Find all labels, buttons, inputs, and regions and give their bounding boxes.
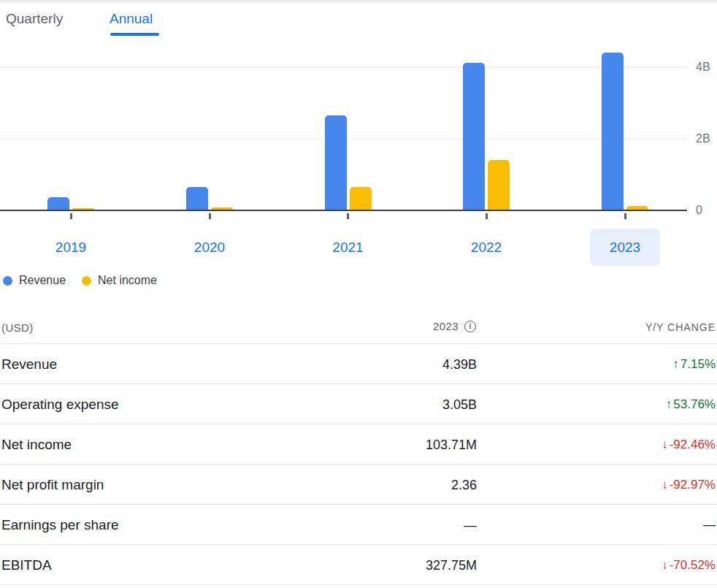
change-percent: — xyxy=(703,518,716,532)
metric-change: ↓ -92.46% xyxy=(662,438,716,452)
year-column-header: 2023 i xyxy=(433,320,476,332)
up-arrow-icon: ↑ xyxy=(666,397,672,412)
metric-value: — xyxy=(464,517,477,532)
revenue-swatch-icon xyxy=(3,276,12,286)
bar-revenue-2023[interactable] xyxy=(602,53,624,210)
change-percent: -92.46% xyxy=(670,438,716,452)
info-icon[interactable]: i xyxy=(464,321,476,332)
change-column-header: Y/Y CHANGE xyxy=(645,321,716,333)
bar-revenue-2022[interactable] xyxy=(463,63,485,210)
bar-net-income-2021[interactable] xyxy=(350,187,372,210)
legend-label-net-income: Net income xyxy=(98,274,157,287)
table-bottom-divider xyxy=(0,584,717,585)
net-income-swatch-icon xyxy=(82,276,91,286)
x-axis-tick-2020 xyxy=(209,213,211,219)
year-label-2020[interactable]: 2020 xyxy=(175,229,245,266)
chart-legend: Revenue Net income xyxy=(3,273,157,288)
year-label-2022[interactable]: 2022 xyxy=(451,229,521,266)
plot-area xyxy=(0,44,687,211)
y-axis-label-0: 0 xyxy=(696,204,702,217)
bar-revenue-2020[interactable] xyxy=(186,187,208,210)
active-tab-underline xyxy=(110,33,159,36)
x-axis-tick-2022 xyxy=(486,213,488,219)
financials-panel: Quarterly Annual 4B2B0 20192020202120222… xyxy=(0,0,717,588)
metric-change: ↑ 53.76% xyxy=(666,397,716,412)
change-percent: 53.76% xyxy=(673,397,716,412)
down-arrow-icon: ↓ xyxy=(662,478,668,492)
bar-net-income-2022[interactable] xyxy=(488,160,510,210)
bar-revenue-2021[interactable] xyxy=(325,115,347,210)
year-label-2023[interactable]: 2023 xyxy=(590,229,660,266)
year-label-2021[interactable]: 2021 xyxy=(313,229,383,266)
legend-item-revenue: Revenue xyxy=(3,274,66,287)
table-row-ebitda: EBITDA 327.75M ↓ -70.52% xyxy=(0,544,717,585)
table-row-revenue: Revenue 4.39B ↑ 7.15% xyxy=(0,343,717,384)
y-axis-label-2B: 2B xyxy=(696,132,710,145)
metric-label: Operating expense xyxy=(1,397,119,413)
financials-table: (USD) 2023 i Y/Y CHANGE Revenue 4.39B ↑ … xyxy=(0,314,717,588)
change-percent: -70.52% xyxy=(670,558,716,573)
year-label-2019[interactable]: 2019 xyxy=(36,229,106,266)
down-arrow-icon: ↓ xyxy=(662,438,668,452)
metric-value: 103.71M xyxy=(426,437,477,452)
metric-label: Net income xyxy=(1,437,72,453)
top-shadow xyxy=(0,0,717,4)
x-axis-tick-2021 xyxy=(347,213,349,219)
up-arrow-icon: ↑ xyxy=(672,357,679,372)
table-row-net-income: Net income 103.71M ↓ -92.46% xyxy=(0,424,717,465)
bar-net-income-2023[interactable] xyxy=(626,206,648,210)
bar-net-income-2019[interactable] xyxy=(72,208,94,210)
table-row-earnings-per-share: Earnings per share — — xyxy=(0,504,717,545)
metric-label: Revenue xyxy=(1,356,57,373)
bar-chart: 4B2B0 xyxy=(0,44,717,223)
change-percent: 7.15% xyxy=(680,357,716,372)
metric-value: 327.75M xyxy=(426,557,477,573)
x-axis-tick-2019 xyxy=(70,213,72,219)
metric-label: Earnings per share xyxy=(1,517,119,533)
legend-item-net-income: Net income xyxy=(82,274,157,287)
x-axis-tick-2023 xyxy=(624,213,626,219)
gridline-4b xyxy=(0,67,687,68)
year-header-label: 2023 xyxy=(433,320,459,332)
legend-label-revenue: Revenue xyxy=(19,274,66,287)
metric-value: 3.05B xyxy=(442,397,477,412)
table-row-net-profit-margin: Net profit margin 2.36 ↓ -92.97% xyxy=(0,464,717,505)
metric-label: Net profit margin xyxy=(1,477,104,493)
y-axis-label-4B: 4B xyxy=(696,61,710,74)
currency-unit-header: (USD) xyxy=(1,321,34,334)
change-percent: -92.97% xyxy=(670,478,716,492)
year-selector: 20192020202120222023 xyxy=(0,229,717,266)
metric-change: ↑ 7.15% xyxy=(672,357,716,372)
tab-annual[interactable]: Annual xyxy=(110,11,153,27)
down-arrow-icon: ↓ xyxy=(662,558,668,573)
table-row-operating-expense: Operating expense 3.05B ↑ 53.76% xyxy=(0,383,717,424)
tab-quarterly[interactable]: Quarterly xyxy=(6,11,63,27)
metric-change: — xyxy=(702,518,716,532)
metric-change: ↓ -70.52% xyxy=(662,558,716,573)
metric-value: 2.36 xyxy=(451,477,477,492)
metric-value: 4.39B xyxy=(442,356,477,372)
metric-label: EBITDA xyxy=(1,557,52,573)
bar-revenue-2019[interactable] xyxy=(47,197,69,210)
metric-change: ↓ -92.97% xyxy=(662,478,716,492)
bar-net-income-2020[interactable] xyxy=(211,207,233,210)
